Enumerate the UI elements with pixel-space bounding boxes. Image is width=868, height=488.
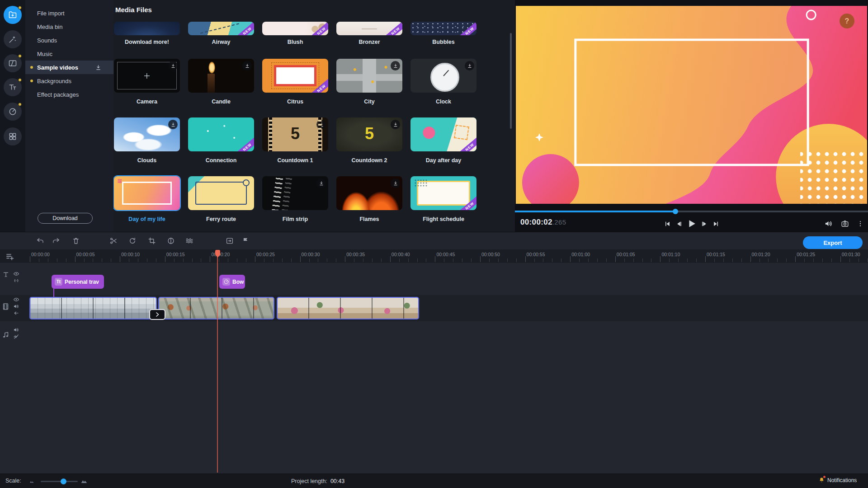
scale-slider-handle[interactable] [61,479,66,484]
skip-end-button[interactable] [712,221,719,227]
transition-badge[interactable] [149,309,165,320]
title-track-link-toggle[interactable] [13,277,19,284]
media-item-clouds[interactable] [114,117,180,151]
rail-media-import[interactable] [4,6,22,24]
add-track-button[interactable] [5,252,14,261]
zoom-in-icon[interactable] [80,478,88,485]
help-button[interactable]: ? [840,14,854,28]
scale-slider[interactable] [41,481,78,482]
crop-button[interactable] [147,236,157,246]
sidebar-item-sounds[interactable]: Sounds [25,33,113,47]
media-item-city[interactable] [336,59,402,93]
audio-track-mute-toggle[interactable] [13,327,19,333]
media-item-bubbles[interactable]: NEW [410,22,476,35]
status-bar: Scale: Project length:00:43 Notification… [0,474,868,488]
more-icon[interactable] [857,220,864,227]
sidebar-item-effect-packages[interactable]: Effect packages [25,88,113,101]
download-icon[interactable] [95,64,102,71]
download-button[interactable]: Download [38,213,93,224]
notifications-button[interactable]: Notifications [818,477,857,483]
playhead[interactable] [217,250,218,473]
play-button[interactable] [687,219,697,229]
media-item-ferry-route[interactable] [188,176,254,210]
scrollbar[interactable] [510,33,512,129]
video-track-back-button[interactable] [13,310,19,316]
media-item-day-of-my-life[interactable] [114,176,180,210]
clip-desk[interactable] [277,297,419,319]
delete-button[interactable] [71,236,81,246]
import-sidebar: File importMedia binSoundsMusicSample vi… [25,0,113,232]
media-item-countdown-2[interactable]: 5 [336,117,402,151]
undo-button[interactable] [35,236,45,246]
clip-marina[interactable] [29,297,157,319]
rail-filters[interactable] [4,30,22,48]
media-item-day-after-day[interactable]: NEW [410,117,476,151]
overlay-icon [226,237,234,245]
export-button[interactable]: Export [803,236,863,249]
titles-icon: Tt [55,278,62,286]
timeline-ruler[interactable]: 00:00:0000:00:0500:00:1000:00:1500:00:20… [0,249,868,263]
download-badge[interactable] [465,61,474,70]
sidebar-item-music[interactable]: Music [25,47,113,61]
marker-button[interactable] [241,236,250,246]
sidebar-item-backgrounds[interactable]: Backgrounds [25,74,113,88]
media-item-connection[interactable]: NEW [188,117,254,151]
download-badge[interactable] [242,61,252,70]
media-item-blush[interactable]: NEW [262,22,328,35]
redo-button[interactable] [51,236,61,246]
frame-back-button[interactable] [675,221,682,227]
media-item-countdown-1[interactable]: 5 [262,117,328,151]
title-track-visibility-toggle[interactable] [13,271,19,277]
preview-panel: ? 00:00:02.265 [515,0,868,232]
video-track-visibility-toggle[interactable] [13,296,19,303]
download-badge[interactable] [316,120,326,129]
project-length: Project length:00:43 [291,478,344,484]
snapshot-icon[interactable] [841,220,849,228]
download-badge[interactable] [168,120,178,129]
rail-stickers[interactable] [4,103,22,121]
audio-levels-button[interactable] [184,236,194,246]
project-length-value: 00:43 [330,478,344,484]
download-badge[interactable] [391,178,400,188]
sidebar-item-media-bin[interactable]: Media bin [25,20,113,33]
audio-track-sync-toggle[interactable] [13,333,19,340]
media-item-camera[interactable] [114,59,180,93]
rail-transitions[interactable] [4,54,22,72]
video-track-mute-toggle[interactable] [13,303,19,310]
overlay-button[interactable] [225,236,235,246]
ruler-label: 00:00:15 [166,252,185,257]
rail-more-tools[interactable] [4,127,22,145]
rail-titles[interactable] [4,78,22,96]
clip-vlog[interactable] [158,297,274,319]
media-item-label: Countdown 1 [262,157,328,164]
download-badge[interactable] [391,120,400,129]
media-item-download-more[interactable] [114,22,180,35]
notification-dot [823,476,826,478]
media-item-bronzer[interactable]: NEW [336,22,402,35]
ruler-label: 00:01:25 [797,252,815,257]
volume-icon[interactable] [824,219,833,228]
download-badge[interactable] [316,178,326,188]
sidebar-item-file-import[interactable]: File import [25,6,113,20]
cut-button[interactable] [108,236,118,246]
media-item-flight-schedule[interactable]: NEW [410,176,476,210]
media-item-film-strip[interactable] [262,176,328,210]
media-item-label: Clock [410,99,476,106]
media-item-candle[interactable] [188,59,254,93]
media-item-clock[interactable] [410,59,476,93]
media-item-airway[interactable]: NEW [188,22,254,35]
media-item-flames[interactable] [336,176,402,210]
download-badge[interactable] [168,61,178,70]
title-clip-bow[interactable]: Bow [219,275,245,289]
download-badge[interactable] [391,61,400,70]
seekbar[interactable] [515,211,868,212]
rotate-button[interactable] [127,236,137,246]
sidebar-item-sample-videos[interactable]: Sample videos [25,61,113,74]
skip-start-button[interactable] [664,221,671,227]
clip-duration-button[interactable] [166,236,176,246]
title-clip-personal-trav[interactable]: TtPersonal trav [52,275,104,289]
zoom-out-icon[interactable] [29,479,35,484]
frame-forward-button[interactable] [701,221,708,227]
seekbar-handle[interactable] [673,209,678,214]
media-item-citrus[interactable]: NEW [262,59,328,93]
